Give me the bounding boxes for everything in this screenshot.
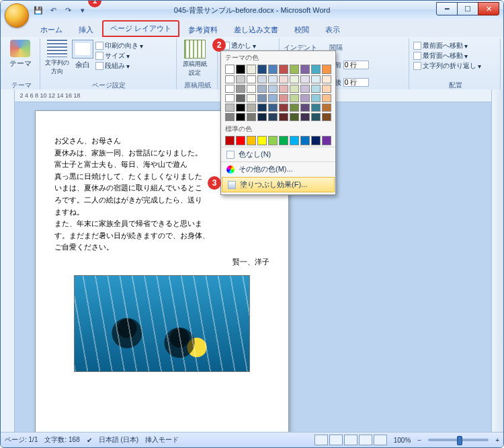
zoom-slider[interactable]: [428, 439, 489, 441]
color-swatch[interactable]: [311, 75, 321, 83]
manuscript-paper-button[interactable]: 原稿用紙 設定: [181, 40, 209, 77]
color-swatch[interactable]: [225, 85, 235, 93]
color-swatch[interactable]: [290, 113, 299, 121]
color-swatch[interactable]: [225, 136, 235, 145]
color-swatch[interactable]: [322, 75, 331, 83]
tab-review[interactable]: 校閲: [287, 22, 317, 37]
color-swatch[interactable]: [290, 104, 299, 112]
fill-effects-item[interactable]: 塗りつぶし効果(F)... 3: [222, 177, 335, 192]
color-swatch[interactable]: [268, 136, 278, 145]
undo-icon[interactable]: ↶: [48, 5, 58, 15]
color-swatch[interactable]: [311, 136, 321, 145]
color-swatch[interactable]: [322, 113, 331, 121]
color-swatch[interactable]: [279, 113, 288, 121]
size-button[interactable]: サイズ▾: [95, 51, 143, 61]
zoom-out-button[interactable]: −: [417, 437, 421, 444]
color-swatch[interactable]: [290, 136, 299, 145]
view-outline-button[interactable]: [359, 435, 372, 445]
color-swatch[interactable]: [311, 94, 321, 102]
color-swatch[interactable]: [300, 85, 310, 93]
color-swatch[interactable]: [236, 75, 245, 83]
status-language[interactable]: 日本語 (日本): [99, 435, 138, 445]
color-swatch[interactable]: [225, 94, 235, 102]
color-swatch[interactable]: [236, 65, 245, 74]
color-swatch[interactable]: [311, 85, 321, 93]
color-swatch[interactable]: [290, 94, 299, 102]
office-button[interactable]: [5, 3, 29, 28]
tab-home[interactable]: ホーム: [33, 22, 70, 37]
color-swatch[interactable]: [247, 75, 256, 83]
vertical-ruler[interactable]: [1, 89, 15, 433]
more-colors-item[interactable]: その他の色(M)...: [221, 161, 335, 176]
color-swatch[interactable]: [300, 104, 310, 112]
view-draft-button[interactable]: [374, 435, 387, 445]
color-swatch[interactable]: [257, 113, 267, 121]
save-icon[interactable]: 💾: [33, 5, 44, 15]
color-swatch[interactable]: [300, 65, 310, 74]
vertical-scrollbar[interactable]: [491, 89, 503, 433]
view-full-screen-button[interactable]: [329, 435, 343, 445]
orientation-button[interactable]: 印刷の向き▾: [95, 41, 143, 50]
color-swatch[interactable]: [257, 75, 267, 83]
color-swatch[interactable]: [322, 136, 331, 145]
tab-references[interactable]: 参考資料: [181, 22, 225, 37]
minimize-button[interactable]: ━: [436, 2, 458, 15]
status-words[interactable]: 文字数: 168: [44, 435, 79, 445]
color-swatch[interactable]: [300, 75, 310, 83]
color-swatch[interactable]: [311, 104, 321, 112]
color-swatch[interactable]: [279, 75, 288, 83]
view-web-layout-button[interactable]: [344, 435, 358, 445]
color-swatch[interactable]: [322, 65, 331, 74]
bring-front-button[interactable]: 最前面へ移動▾: [413, 41, 497, 50]
view-print-layout-button[interactable]: [314, 435, 328, 445]
columns-button[interactable]: 段組み▾: [95, 61, 143, 71]
color-swatch[interactable]: [300, 113, 310, 121]
document-photo[interactable]: [74, 275, 250, 372]
color-swatch[interactable]: [279, 136, 288, 145]
color-swatch[interactable]: [257, 85, 267, 93]
color-swatch[interactable]: [300, 94, 310, 102]
status-zoom[interactable]: 100%: [394, 437, 411, 444]
color-swatch[interactable]: [279, 104, 288, 112]
color-swatch[interactable]: [236, 113, 245, 121]
tab-page-layout[interactable]: ページ レイアウト: [102, 20, 179, 37]
color-swatch[interactable]: [247, 113, 256, 121]
color-swatch[interactable]: [279, 85, 288, 93]
proofing-icon[interactable]: ✔: [87, 437, 92, 444]
tab-view[interactable]: 表示: [318, 22, 347, 37]
color-swatch[interactable]: [268, 113, 278, 121]
color-swatch[interactable]: [247, 94, 256, 102]
redo-icon[interactable]: ↷: [62, 5, 73, 15]
color-swatch[interactable]: [322, 85, 331, 93]
color-swatch[interactable]: [225, 113, 235, 121]
color-swatch[interactable]: [247, 65, 256, 74]
send-back-button[interactable]: 最背面へ移動▾: [413, 51, 497, 61]
close-button[interactable]: ✕: [478, 2, 499, 15]
color-swatch[interactable]: [300, 136, 310, 145]
color-swatch[interactable]: [257, 94, 267, 102]
color-swatch[interactable]: [311, 113, 321, 121]
color-swatch[interactable]: [225, 65, 235, 74]
tab-insert[interactable]: 挿入: [71, 22, 101, 37]
color-swatch[interactable]: [290, 75, 299, 83]
color-swatch[interactable]: [236, 104, 245, 112]
color-swatch[interactable]: [236, 85, 245, 93]
color-swatch[interactable]: [268, 85, 278, 93]
status-mode[interactable]: 挿入モード: [145, 435, 179, 445]
zoom-in-button[interactable]: +: [495, 437, 499, 444]
space-before-input[interactable]: [343, 61, 369, 69]
status-page[interactable]: ページ: 1/1: [5, 435, 38, 445]
color-swatch[interactable]: [322, 104, 331, 112]
tab-mailings[interactable]: 差し込み文書: [226, 22, 286, 37]
color-swatch[interactable]: [279, 94, 288, 102]
no-color-item[interactable]: 色なし(N): [221, 147, 335, 161]
color-swatch[interactable]: [268, 104, 278, 112]
color-swatch[interactable]: [279, 65, 288, 74]
color-swatch[interactable]: [322, 94, 331, 102]
color-swatch[interactable]: [257, 136, 267, 145]
color-swatch[interactable]: [247, 85, 256, 93]
space-after-input[interactable]: [343, 78, 369, 87]
color-swatch[interactable]: [268, 94, 278, 102]
color-swatch[interactable]: [247, 104, 256, 112]
watermark-button[interactable]: 透かし▾: [222, 41, 276, 50]
